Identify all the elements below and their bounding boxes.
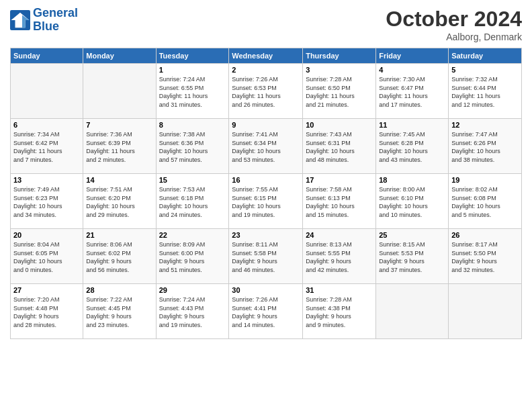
week-row-3: 13Sunrise: 7:49 AMSunset: 6:23 PMDayligh… [11,174,522,229]
day-cell: 25Sunrise: 8:15 AMSunset: 5:53 PMDayligh… [376,229,449,284]
day-cell: 2Sunrise: 7:26 AMSunset: 6:53 PMDaylight… [229,64,303,119]
week-row-1: 1Sunrise: 7:24 AMSunset: 6:55 PMDaylight… [11,64,522,119]
day-detail: Sunrise: 7:41 AMSunset: 6:34 PMDaylight:… [232,130,300,164]
day-number: 2 [232,66,300,74]
day-number: 5 [451,66,519,74]
day-detail: Sunrise: 8:04 AMSunset: 6:05 PMDaylight:… [13,240,80,274]
logo-line1: General [33,6,78,19]
day-cell: 28Sunrise: 7:22 AMSunset: 4:45 PMDayligh… [83,284,156,339]
day-number: 9 [232,121,300,129]
calendar-body: 1Sunrise: 7:24 AMSunset: 6:55 PMDaylight… [11,64,522,339]
logo-text: General Blue [33,7,78,34]
day-cell: 27Sunrise: 7:20 AMSunset: 4:48 PMDayligh… [11,284,83,339]
weekday-header-tuesday: Tuesday [156,48,229,64]
calendar-header: SundayMondayTuesdayWednesdayThursdayFrid… [11,48,522,64]
day-cell: 12Sunrise: 7:47 AMSunset: 6:26 PMDayligh… [449,119,522,174]
weekday-header-friday: Friday [376,48,449,64]
day-detail: Sunrise: 7:55 AMSunset: 6:15 PMDaylight:… [232,185,300,219]
day-cell [376,284,449,339]
day-detail: Sunrise: 8:11 AMSunset: 5:58 PMDaylight:… [232,240,300,274]
day-detail: Sunrise: 7:30 AMSunset: 6:47 PMDaylight:… [379,75,445,109]
day-detail: Sunrise: 7:47 AMSunset: 6:26 PMDaylight:… [451,130,519,164]
day-number: 8 [159,121,226,129]
month-title: October 2024 [386,7,522,32]
day-detail: Sunrise: 7:28 AMSunset: 6:50 PMDaylight:… [306,75,373,109]
day-detail: Sunrise: 7:45 AMSunset: 6:28 PMDaylight:… [379,130,445,164]
day-number: 23 [232,231,300,239]
day-detail: Sunrise: 7:49 AMSunset: 6:23 PMDaylight:… [13,185,80,219]
day-detail: Sunrise: 7:58 AMSunset: 6:13 PMDaylight:… [306,185,373,219]
day-number: 15 [159,176,226,184]
day-number: 17 [306,176,373,184]
location: Aalborg, Denmark [386,32,522,42]
day-detail: Sunrise: 8:09 AMSunset: 6:00 PMDaylight:… [159,240,226,274]
logo: General Blue [10,7,78,34]
page: General Blue October 2024 Aalborg, Denma… [0,0,532,411]
day-number: 11 [379,121,445,129]
day-cell: 21Sunrise: 8:06 AMSunset: 6:02 PMDayligh… [83,229,156,284]
weekday-row: SundayMondayTuesdayWednesdayThursdayFrid… [11,48,522,64]
week-row-5: 27Sunrise: 7:20 AMSunset: 4:48 PMDayligh… [11,284,522,339]
day-cell: 13Sunrise: 7:49 AMSunset: 6:23 PMDayligh… [11,174,83,229]
day-detail: Sunrise: 8:06 AMSunset: 6:02 PMDaylight:… [86,240,152,274]
day-detail: Sunrise: 8:17 AMSunset: 5:50 PMDaylight:… [451,240,519,274]
day-detail: Sunrise: 7:28 AMSunset: 4:38 PMDaylight:… [306,295,373,329]
day-cell: 19Sunrise: 8:02 AMSunset: 6:08 PMDayligh… [449,174,522,229]
day-detail: Sunrise: 7:24 AMSunset: 4:43 PMDaylight:… [159,295,226,329]
weekday-header-monday: Monday [83,48,156,64]
day-detail: Sunrise: 8:15 AMSunset: 5:53 PMDaylight:… [379,240,445,274]
day-number: 26 [451,231,519,239]
day-cell: 15Sunrise: 7:53 AMSunset: 6:18 PMDayligh… [156,174,229,229]
day-cell: 23Sunrise: 8:11 AMSunset: 5:58 PMDayligh… [229,229,303,284]
day-number: 31 [306,286,373,294]
day-cell: 4Sunrise: 7:30 AMSunset: 6:47 PMDaylight… [376,64,449,119]
day-detail: Sunrise: 7:26 AMSunset: 6:53 PMDaylight:… [232,75,300,109]
day-number: 4 [379,66,445,74]
day-number: 21 [86,231,152,239]
day-cell: 22Sunrise: 8:09 AMSunset: 6:00 PMDayligh… [156,229,229,284]
day-number: 29 [159,286,226,294]
day-cell: 7Sunrise: 7:36 AMSunset: 6:39 PMDaylight… [83,119,156,174]
day-detail: Sunrise: 7:38 AMSunset: 6:36 PMDaylight:… [159,130,226,164]
day-cell: 26Sunrise: 8:17 AMSunset: 5:50 PMDayligh… [449,229,522,284]
day-number: 12 [451,121,519,129]
day-detail: Sunrise: 8:00 AMSunset: 6:10 PMDaylight:… [379,185,445,219]
day-cell: 6Sunrise: 7:34 AMSunset: 6:42 PMDaylight… [11,119,83,174]
day-cell [449,284,522,339]
day-detail: Sunrise: 7:32 AMSunset: 6:44 PMDaylight:… [451,75,519,109]
day-cell: 8Sunrise: 7:38 AMSunset: 6:36 PMDaylight… [156,119,229,174]
day-cell: 24Sunrise: 8:13 AMSunset: 5:55 PMDayligh… [303,229,376,284]
day-cell: 9Sunrise: 7:41 AMSunset: 6:34 PMDaylight… [229,119,303,174]
day-detail: Sunrise: 8:02 AMSunset: 6:08 PMDaylight:… [451,185,519,219]
day-number: 10 [306,121,373,129]
day-cell: 18Sunrise: 8:00 AMSunset: 6:10 PMDayligh… [376,174,449,229]
day-number: 25 [379,231,445,239]
day-cell: 29Sunrise: 7:24 AMSunset: 4:43 PMDayligh… [156,284,229,339]
logo-line2: Blue [33,19,59,33]
day-cell: 16Sunrise: 7:55 AMSunset: 6:15 PMDayligh… [229,174,303,229]
day-number: 22 [159,231,226,239]
day-detail: Sunrise: 7:26 AMSunset: 4:41 PMDaylight:… [232,295,300,329]
day-detail: Sunrise: 7:24 AMSunset: 6:55 PMDaylight:… [159,75,226,109]
weekday-header-thursday: Thursday [303,48,376,64]
day-number: 19 [451,176,519,184]
day-cell: 11Sunrise: 7:45 AMSunset: 6:28 PMDayligh… [376,119,449,174]
day-number: 13 [13,176,80,184]
day-number: 14 [86,176,152,184]
day-detail: Sunrise: 7:53 AMSunset: 6:18 PMDaylight:… [159,185,226,219]
day-detail: Sunrise: 7:22 AMSunset: 4:45 PMDaylight:… [86,295,152,329]
day-number: 1 [159,66,226,74]
day-number: 7 [86,121,152,129]
week-row-4: 20Sunrise: 8:04 AMSunset: 6:05 PMDayligh… [11,229,522,284]
day-detail: Sunrise: 7:36 AMSunset: 6:39 PMDaylight:… [86,130,152,164]
weekday-header-sunday: Sunday [11,48,83,64]
day-cell: 14Sunrise: 7:51 AMSunset: 6:20 PMDayligh… [83,174,156,229]
day-number: 24 [306,231,373,239]
day-detail: Sunrise: 7:51 AMSunset: 6:20 PMDaylight:… [86,185,152,219]
day-detail: Sunrise: 7:20 AMSunset: 4:48 PMDaylight:… [13,295,80,329]
day-cell: 30Sunrise: 7:26 AMSunset: 4:41 PMDayligh… [229,284,303,339]
day-cell: 3Sunrise: 7:28 AMSunset: 6:50 PMDaylight… [303,64,376,119]
day-cell: 1Sunrise: 7:24 AMSunset: 6:55 PMDaylight… [156,64,229,119]
day-number: 6 [13,121,80,129]
day-number: 16 [232,176,300,184]
